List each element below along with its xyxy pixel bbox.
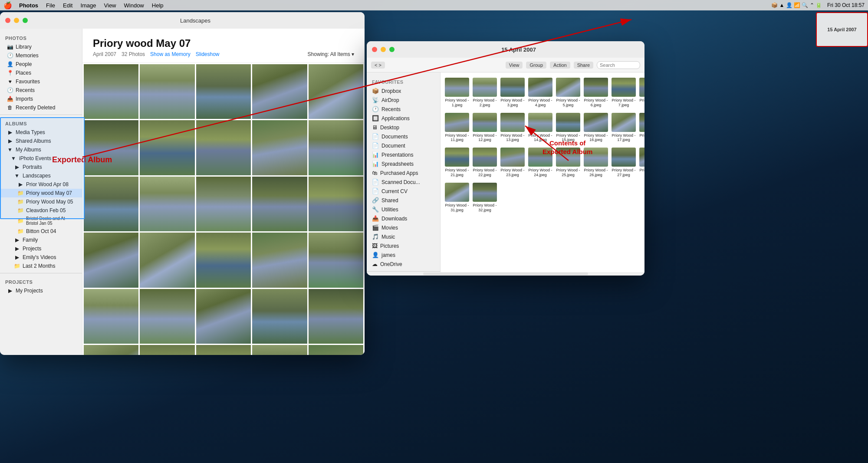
finder-item[interactable]: Priory Wood - 27.jpeg bbox=[611, 146, 637, 179]
sidebar-item-bitton[interactable]: 📁 Bitton Oct 04 bbox=[0, 227, 82, 236]
photo-cell[interactable] bbox=[196, 120, 251, 175]
finder-item[interactable]: Priory Wood - 31.jpeg bbox=[444, 181, 470, 214]
sidebar-item-bristol-docks[interactable]: 📁 Bristol Docks and At Bristol Jan 05 bbox=[0, 215, 82, 227]
finder-sidebar-scanned[interactable]: 📄 Scanned Docu... bbox=[367, 177, 440, 187]
photo-cell[interactable] bbox=[84, 289, 138, 344]
sidebar-item-iphoto-events[interactable]: ▼ iPhoto Events bbox=[0, 154, 82, 163]
slideshow-link[interactable]: Slideshow bbox=[196, 51, 220, 57]
finder-item[interactable]: Priory Wood - 15.jpeg bbox=[555, 111, 581, 144]
finder-scrollbar[interactable] bbox=[423, 273, 588, 275]
finder-sidebar-documents[interactable]: 📄 Documents bbox=[367, 132, 440, 141]
minimize-button[interactable] bbox=[14, 18, 19, 23]
photo-cell[interactable] bbox=[196, 289, 251, 344]
finder-sidebar-utilities[interactable]: 🔧 Utilities bbox=[367, 205, 440, 214]
sidebar-item-shared-albums[interactable]: ▶ Shared Albums bbox=[0, 137, 82, 145]
finder-item[interactable]: Priory Wood - 18.jpeg bbox=[638, 111, 644, 144]
action-button[interactable]: Action bbox=[550, 62, 570, 69]
showing-filter[interactable]: Showing: All Items ▾ bbox=[308, 51, 354, 57]
photo-cell[interactable] bbox=[309, 345, 363, 355]
finder-item[interactable]: Priory Wood - 7.jpeg bbox=[611, 76, 637, 109]
finder-sidebar-dropbox[interactable]: 📦 Dropbox bbox=[367, 86, 440, 95]
finder-sidebar-applications[interactable]: 🔲 Applications bbox=[367, 114, 440, 123]
finder-sidebar-downloads[interactable]: 📥 Downloads bbox=[367, 214, 440, 223]
finder-item[interactable]: Priory Wood - 14.jpeg bbox=[527, 111, 553, 144]
finder-item[interactable]: Priory Wood - 2.jpeg bbox=[472, 76, 498, 109]
photo-cell[interactable] bbox=[196, 64, 251, 119]
sidebar-item-my-albums[interactable]: ▼ My Albums bbox=[0, 145, 82, 154]
photo-cell[interactable] bbox=[196, 177, 251, 231]
photo-cell[interactable] bbox=[140, 289, 194, 344]
photo-cell[interactable] bbox=[196, 345, 251, 355]
sidebar-item-landscapes[interactable]: ▼ Landscapes bbox=[0, 171, 82, 180]
photo-cell[interactable] bbox=[309, 233, 363, 287]
photo-cell[interactable] bbox=[196, 233, 251, 287]
finder-sidebar-spreadsheets[interactable]: 📊 Spreadsheets bbox=[367, 159, 440, 168]
finder-item[interactable]: Priory Wood - 8.jpeg bbox=[638, 76, 644, 109]
finder-item[interactable]: Priory Wood - 4.jpeg bbox=[527, 76, 553, 109]
finder-item[interactable]: Priory Wood - 17.jpeg bbox=[611, 111, 637, 144]
finder-sidebar-document[interactable]: 📄 Document bbox=[367, 141, 440, 150]
finder-sidebar-james[interactable]: 👤 james bbox=[367, 250, 440, 259]
photo-cell[interactable] bbox=[140, 233, 194, 287]
menubar-window[interactable]: Window bbox=[121, 1, 148, 10]
maximize-button[interactable] bbox=[23, 18, 28, 23]
finder-item[interactable]: Priory Wood - 6.jpeg bbox=[583, 76, 609, 109]
sidebar-item-cleavdon[interactable]: 📁 Cleavdon Feb 05 bbox=[0, 206, 82, 215]
menubar-app[interactable]: Photos bbox=[16, 1, 42, 10]
sidebar-item-memories[interactable]: 🕐 Memories bbox=[0, 51, 82, 60]
photo-cell[interactable] bbox=[252, 289, 307, 344]
finder-item[interactable]: Priory Wood - 21.jpeg bbox=[444, 146, 470, 179]
back-forward-button[interactable]: < > bbox=[371, 62, 385, 69]
finder-sidebar-movies[interactable]: 🎬 Movies bbox=[367, 223, 440, 232]
photo-cell[interactable] bbox=[140, 345, 194, 355]
photo-cell[interactable] bbox=[309, 289, 363, 344]
finder-item[interactable]: Priory Wood - 3.jpeg bbox=[500, 76, 526, 109]
photo-cell[interactable] bbox=[84, 64, 138, 119]
finder-sidebar-desktop[interactable]: 🖥 Desktop bbox=[367, 123, 440, 132]
finder-item[interactable]: Priory Wood - 25.jpeg bbox=[555, 146, 581, 179]
sidebar-item-my-projects[interactable]: ▶ My Projects bbox=[0, 286, 82, 295]
group-button[interactable]: Group bbox=[526, 62, 546, 69]
menubar-view[interactable]: View bbox=[101, 1, 120, 10]
finder-sidebar-pictures[interactable]: 🖼 Pictures bbox=[367, 241, 440, 250]
finder-sidebar-onedrive[interactable]: ☁ OneDrive bbox=[367, 259, 440, 269]
finder-item[interactable]: Priory Wood - 26.jpeg bbox=[583, 146, 609, 179]
photo-cell[interactable] bbox=[84, 345, 138, 355]
photo-cell[interactable] bbox=[252, 233, 307, 287]
finder-item[interactable]: Priory Wood - 12.jpeg bbox=[472, 111, 498, 144]
apple-menu[interactable]: 🍎 bbox=[3, 1, 12, 10]
sidebar-item-imports[interactable]: 📥 Imports bbox=[0, 95, 82, 103]
menubar-edit[interactable]: Edit bbox=[59, 1, 76, 10]
photo-cell[interactable] bbox=[309, 177, 363, 231]
finder-sidebar-music[interactable]: 🎵 Music bbox=[367, 232, 440, 241]
photo-cell[interactable] bbox=[252, 177, 307, 231]
finder-item[interactable]: Priory Wood - 32.jpeg bbox=[472, 181, 498, 214]
photo-cell[interactable] bbox=[140, 64, 194, 119]
photo-cell[interactable] bbox=[84, 233, 138, 287]
photo-cell[interactable] bbox=[252, 64, 307, 119]
photo-cell[interactable] bbox=[309, 64, 363, 119]
sidebar-item-priory-wood-may07[interactable]: 📁 Priory wood May 07 bbox=[0, 189, 82, 197]
finder-sidebar-current-cv[interactable]: 📄 Current CV bbox=[367, 187, 440, 196]
sidebar-item-recents[interactable]: 🕐 Recents bbox=[0, 86, 82, 95]
share-button[interactable]: Share bbox=[574, 62, 593, 69]
finder-sidebar-recents[interactable]: 🕐 Recents bbox=[367, 105, 440, 114]
finder-item[interactable]: Priory Wood - 5.jpeg bbox=[555, 76, 581, 109]
finder-item[interactable]: Priory Wood - 13.jpeg bbox=[500, 111, 526, 144]
photo-cell[interactable] bbox=[252, 345, 307, 355]
finder-item[interactable]: Priory Wood - 11.jpeg bbox=[444, 111, 470, 144]
menubar-help[interactable]: Help bbox=[148, 1, 167, 10]
finder-maximize-button[interactable] bbox=[389, 47, 395, 52]
sidebar-item-priory-wood-may05[interactable]: 📁 Priory Wood May 05 bbox=[0, 197, 82, 206]
mini-finder-icon[interactable]: 15 April 2007 bbox=[816, 12, 868, 47]
sidebar-item-library[interactable]: 📷 Library bbox=[0, 43, 82, 51]
finder-sidebar-purchased-apps[interactable]: 🛍 Purchased Apps bbox=[367, 168, 440, 177]
finder-item[interactable]: Priory Wood - 16.jpeg bbox=[583, 111, 609, 144]
finder-item[interactable]: Priory Wood - 24.jpeg bbox=[527, 146, 553, 179]
photo-cell[interactable] bbox=[140, 177, 194, 231]
finder-item[interactable]: Priory Wood - 28.jpeg bbox=[638, 146, 644, 179]
view-button[interactable]: View bbox=[506, 62, 523, 69]
show-as-memory-link[interactable]: Show as Memory bbox=[150, 51, 191, 57]
photo-cell[interactable] bbox=[309, 120, 363, 175]
photo-cell[interactable] bbox=[252, 120, 307, 175]
